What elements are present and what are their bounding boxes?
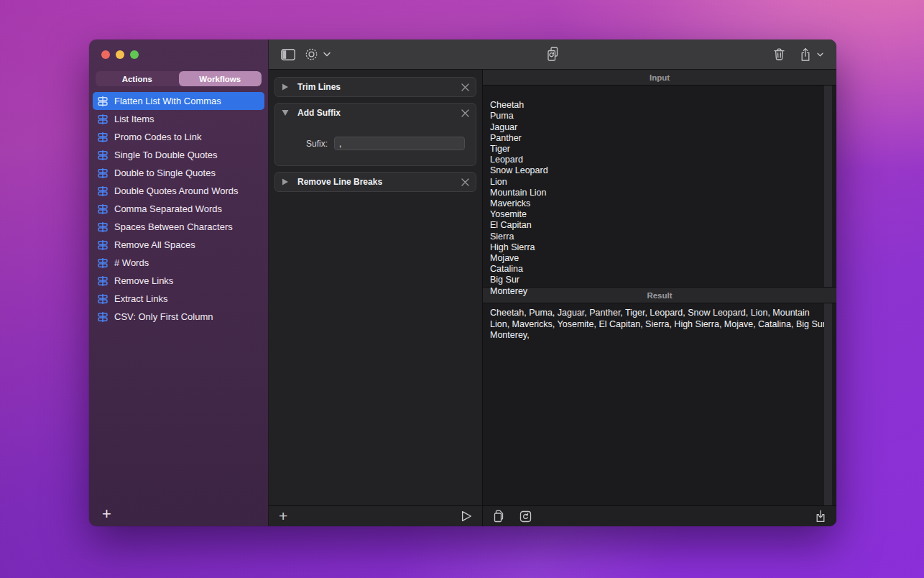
suffix-input[interactable] (334, 137, 465, 150)
workflow-stack-icon (97, 150, 108, 161)
workflow-item-label: CSV: Only First Column (114, 311, 213, 322)
gear-icon[interactable] (305, 47, 318, 61)
step-card-add-suffix[interactable]: Add Suffix Sufix: (274, 103, 476, 166)
workflow-item-label: Single To Double Quotes (114, 150, 218, 160)
sidebar: Actions Workflows Flatten List With Comm… (89, 40, 269, 526)
add-step-button[interactable]: + (279, 509, 287, 523)
workflow-item-label: Promo Codes to Link (114, 132, 201, 142)
input-scrollbar[interactable] (824, 86, 832, 287)
result-scrollbar[interactable] (824, 303, 832, 505)
workflow-item-label: Comma Separated Words (114, 203, 222, 214)
workflow-stack-icon (97, 185, 108, 197)
trash-icon[interactable] (773, 47, 785, 61)
result-header: Result (483, 288, 836, 303)
toolbar (269, 40, 836, 70)
workflow-item-label: Double Quotes Around Words (114, 185, 238, 196)
save-download-icon[interactable] (815, 510, 826, 523)
workflow-item-label: Double to Single Quotes (114, 168, 216, 178)
suffix-field-label: Sufix: (282, 139, 328, 149)
workflow-item-label: # Words (114, 257, 149, 268)
copy-pages-icon[interactable] (493, 510, 504, 523)
chevron-down-icon[interactable] (817, 52, 823, 57)
steps-footer: + (269, 505, 482, 526)
sidebar-mode-segmented-control: Actions Workflows (96, 71, 262, 86)
workflow-item-label: Remove All Spaces (114, 239, 195, 250)
workflow-item-label: Flatten List With Commas (114, 96, 221, 106)
workflow-stack-icon (97, 96, 108, 107)
workflow-stack-icon (97, 203, 108, 215)
step-title: Trim Lines (297, 82, 453, 92)
traffic-lights (101, 50, 139, 59)
main-area: Trim Lines Add Suffix (269, 40, 836, 526)
close-window-button[interactable] (101, 50, 110, 59)
workflow-stack-icon (97, 311, 108, 323)
step-title: Add Suffix (297, 108, 453, 118)
step-title: Remove Line Breaks (297, 177, 453, 187)
sidebar-workflow-item[interactable]: CSV: Only First Column (93, 308, 264, 326)
run-play-icon[interactable] (461, 510, 472, 522)
replace-refresh-icon[interactable] (519, 510, 532, 523)
sidebar-workflow-item[interactable]: # Words (93, 254, 264, 272)
tab-workflows[interactable]: Workflows (179, 71, 262, 86)
workflow-stack-icon (97, 257, 108, 269)
workflow-stack-icon (97, 221, 108, 233)
result-text: Cheetah, Puma, Jaguar, Panther, Tiger, L… (490, 308, 828, 340)
sidebar-workflow-item[interactable]: Single To Double Quotes (93, 146, 264, 164)
input-textarea[interactable]: Cheetah Puma Jaguar Panther Tiger Leopar… (483, 86, 836, 288)
workflow-item-label: List Items (114, 114, 154, 124)
disclosure-expanded-icon[interactable] (282, 110, 289, 116)
step-card-trim-lines[interactable]: Trim Lines (274, 77, 476, 97)
workflow-stack-icon (97, 114, 108, 125)
sidebar-workflow-item[interactable]: Remove All Spaces (93, 236, 264, 254)
workflow-item-label: Remove Links (114, 275, 173, 286)
share-icon[interactable] (800, 47, 811, 62)
workflow-stack-icon (97, 293, 108, 305)
workflow-stack-icon (97, 239, 108, 251)
sidebar-toggle-icon[interactable] (281, 49, 295, 60)
sidebar-workflow-item[interactable]: Comma Separated Words (93, 200, 264, 218)
io-footer (483, 505, 836, 526)
close-icon[interactable] (461, 109, 469, 117)
workflow-item-label: Extract Links (114, 293, 167, 304)
step-card-remove-line-breaks[interactable]: Remove Line Breaks (274, 172, 476, 192)
sidebar-workflow-item[interactable]: Flatten List With Commas (93, 92, 264, 110)
tab-actions[interactable]: Actions (96, 71, 179, 86)
workflow-stack-icon (97, 168, 108, 179)
input-text: Cheetah Puma Jaguar Panther Tiger Leopar… (490, 100, 548, 295)
sidebar-workflow-item[interactable]: List Items (93, 110, 264, 128)
sidebar-workflow-item[interactable]: Double Quotes Around Words (93, 182, 264, 200)
app-window: Actions Workflows Flatten List With Comm… (89, 40, 836, 526)
sidebar-workflow-item[interactable]: Promo Codes to Link (93, 128, 264, 146)
content-area: Trim Lines Add Suffix (269, 70, 836, 526)
minimize-window-button[interactable] (116, 50, 124, 59)
input-header: Input (483, 70, 836, 86)
auto-run-pages-icon[interactable] (545, 46, 560, 63)
zoom-window-button[interactable] (130, 50, 139, 59)
chevron-down-icon[interactable] (323, 52, 331, 57)
io-panel: Input Cheetah Puma Jaguar Panther Tiger … (483, 70, 836, 526)
disclosure-collapsed-icon[interactable] (282, 178, 289, 185)
workflow-stack-icon (97, 275, 108, 287)
sidebar-workflow-item[interactable]: Spaces Between Characters (93, 218, 264, 236)
add-workflow-button[interactable]: + (98, 505, 115, 523)
workflow-stack-icon (97, 132, 108, 143)
disclosure-collapsed-icon[interactable] (282, 83, 289, 91)
desktop-wallpaper: Actions Workflows Flatten List With Comm… (0, 0, 924, 578)
sidebar-workflow-item[interactable]: Extract Links (93, 290, 264, 308)
result-textarea[interactable]: Cheetah, Puma, Jaguar, Panther, Tiger, L… (483, 303, 836, 505)
sidebar-workflow-item[interactable]: Double to Single Quotes (93, 164, 264, 182)
workflow-item-label: Spaces Between Characters (114, 221, 233, 232)
workflow-list: Flatten List With Commas List Items Prom… (93, 92, 264, 326)
close-icon[interactable] (461, 83, 469, 91)
sidebar-workflow-item[interactable]: Remove Links (93, 272, 264, 290)
steps-panel: Trim Lines Add Suffix (269, 70, 483, 526)
close-icon[interactable] (461, 178, 469, 186)
